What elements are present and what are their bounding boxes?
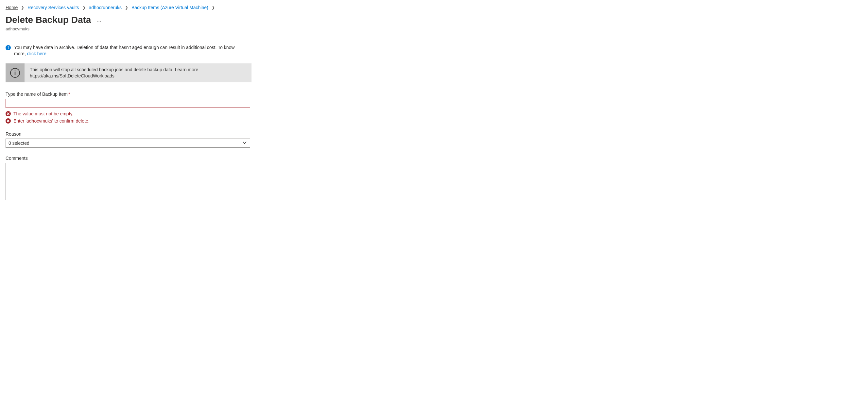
reason-label: Reason [6, 131, 251, 137]
svg-rect-5 [15, 72, 16, 75]
breadcrumb-vault-name[interactable]: adhocrunneruks [89, 5, 122, 10]
archive-info-banner: You may have data in archive. Deletion o… [6, 44, 248, 57]
error-icon [6, 118, 11, 124]
breadcrumb-recovery-services-vaults[interactable]: Recovery Services vaults [28, 5, 79, 10]
validation-error-confirm-text: Enter 'adhocvmuks' to confirm delete. [13, 118, 90, 124]
validation-error-confirm: Enter 'adhocvmuks' to confirm delete. [6, 118, 251, 124]
reason-select-value: 0 selected [8, 140, 29, 146]
validation-error-empty: The value must not be empty. [6, 111, 251, 116]
breadcrumb-backup-items[interactable]: Backup Items (Azure Virtual Machine) [131, 5, 208, 10]
chevron-right-icon: ❯ [212, 5, 215, 10]
required-asterisk: * [68, 92, 70, 97]
page-title: Delete Backup Data [6, 15, 91, 25]
breadcrumb: Home ❯ Recovery Services vaults ❯ adhocr… [6, 5, 862, 10]
svg-rect-1 [8, 47, 8, 49]
svg-point-4 [14, 70, 16, 71]
chevron-right-icon: ❯ [83, 5, 86, 10]
more-actions-icon[interactable]: … [96, 17, 102, 23]
stop-backup-warning-link: https://aka.ms/SoftDeleteCloudWorkloads [30, 73, 198, 79]
chevron-right-icon: ❯ [125, 5, 128, 10]
reason-select[interactable]: 0 selected [6, 138, 250, 148]
chevron-right-icon: ❯ [21, 5, 24, 10]
backup-item-name-input[interactable] [6, 99, 250, 108]
archive-info-text: You may have data in archive. Deletion o… [14, 45, 235, 56]
stop-backup-warning-text: This option will stop all scheduled back… [30, 67, 198, 73]
archive-info-link[interactable]: click here [27, 51, 46, 56]
stop-backup-warning-banner: This option will stop all scheduled back… [6, 63, 251, 82]
validation-error-empty-text: The value must not be empty. [13, 111, 73, 116]
info-icon [6, 45, 11, 50]
svg-point-2 [8, 46, 8, 47]
comments-label: Comments [6, 156, 251, 161]
page-subtitle: adhocvmuks [6, 27, 862, 31]
error-icon [6, 111, 11, 116]
info-circle-icon [6, 63, 25, 82]
backup-item-name-label: Type the name of Backup Item* [6, 92, 251, 97]
breadcrumb-home[interactable]: Home [6, 5, 18, 10]
comments-textarea[interactable] [6, 163, 250, 200]
